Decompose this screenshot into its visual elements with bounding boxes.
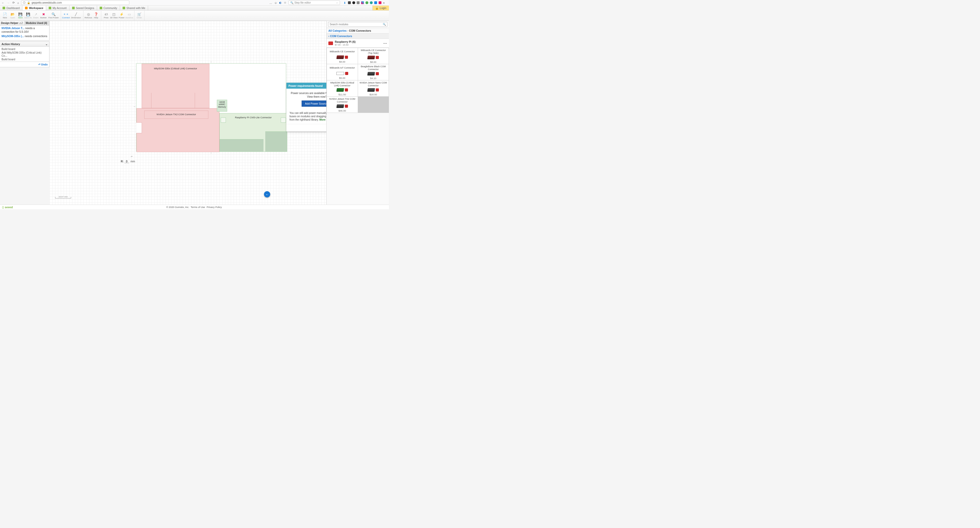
- url-bar[interactable]: ⓘ 🔓 geppetto.seeedstudio.com: [21, 0, 129, 5]
- module-name: NVIDIA Jetson Nano COM Connector: [359, 81, 388, 87]
- forward-icon[interactable]: →: [7, 1, 10, 5]
- star-icon[interactable]: ☆: [284, 1, 286, 5]
- ext-icon[interactable]: [361, 1, 364, 4]
- block-icon[interactable]: ◐: [279, 1, 282, 5]
- ext-icon[interactable]: [370, 1, 373, 4]
- order-button[interactable]: 🛒Order: [135, 11, 143, 21]
- search-icon: 🔍: [383, 23, 386, 26]
- tab-my-account[interactable]: My Account: [46, 6, 69, 10]
- connect-button[interactable]: ⚬⚬Connect: [62, 11, 70, 21]
- action-history-header[interactable]: Action History⌄: [0, 41, 49, 47]
- login-button[interactable]: 🔒Login: [372, 6, 389, 10]
- new-button[interactable]: 📄New: [1, 11, 9, 21]
- module-card[interactable]: BeagleBone Black COM Connector$4.10: [358, 64, 389, 80]
- save-as-button[interactable]: 💾Save As: [24, 11, 32, 21]
- vendor-icon: [345, 88, 348, 91]
- design-canvas[interactable]: MitySOM-335x (Critical Link) Connector N…: [49, 21, 326, 204]
- undo-button[interactable]: ↶ Undo: [38, 63, 48, 66]
- left-panel: Design Helper ⚠2 Modules Used (4) NVIDIA…: [0, 21, 49, 204]
- tab-community[interactable]: Community: [97, 6, 120, 10]
- module-rpi[interactable]: Raspberry Pi CM3-Lite Connector: [220, 113, 287, 152]
- 3d-view-button[interactable]: ◫3D View: [110, 11, 118, 21]
- add-power-sources-button[interactable]: Add Power Sources: [302, 100, 326, 107]
- module-label: MitySOM-335x (Critical Link) Connector: [154, 67, 197, 70]
- module-thumbnail: [359, 87, 388, 93]
- issue-item[interactable]: MitySOM-335x (... needs connections: [2, 35, 48, 38]
- power-button[interactable]: ⚡Power: [118, 11, 126, 21]
- module-price: $46.00: [339, 109, 346, 112]
- ext-icon[interactable]: [357, 1, 360, 4]
- module-jetson[interactable]: NVIDIA Jetson TX2 COM Connector: [137, 108, 220, 152]
- reload-icon[interactable]: ⟳: [12, 1, 15, 5]
- dimension-button[interactable]: ╱Dimension: [70, 11, 82, 21]
- more-instructions-link[interactable]: More instructions: [319, 118, 326, 121]
- issue-module-link[interactable]: MitySOM-335x (...: [2, 35, 24, 38]
- cart-icon: 🛒: [137, 13, 142, 16]
- module-card[interactable]: 96Boards IoT Connector$5.00: [327, 64, 358, 80]
- shield-icon: ⓘ: [23, 1, 25, 5]
- browser-search[interactable]: 🔍 Step file editor →: [288, 0, 340, 5]
- tab-shared[interactable]: Shared with Me: [120, 6, 148, 10]
- breadcrumb-root[interactable]: All Categories: [328, 29, 347, 32]
- ext-icon[interactable]: [366, 1, 368, 4]
- shared-icon: [123, 7, 125, 9]
- builder-button[interactable]: ✖Builder: [40, 11, 48, 21]
- download-icon[interactable]: ⬇: [344, 1, 347, 4]
- share-icon: ↗: [34, 13, 38, 16]
- save-button[interactable]: 💾Save: [16, 11, 24, 21]
- module-card[interactable]: 96Boards CE Connector$8.00: [327, 48, 358, 64]
- ext-icon[interactable]: [374, 1, 377, 4]
- module-card[interactable]: 96Boards CE Connector (Top Side)$8.00: [358, 48, 389, 64]
- refocus-button[interactable]: ◎Refocus: [84, 11, 92, 21]
- back-icon[interactable]: ←: [2, 1, 5, 5]
- tab-seeed-designs[interactable]: Seeed Designs: [70, 6, 97, 10]
- ext-icon[interactable]: [379, 1, 382, 4]
- module-card[interactable]: NVIDIA Jetson Nano COM Connector$18.50: [358, 80, 389, 96]
- module-mitysom[interactable]: MitySOM-335x (Critical Link) Connector: [142, 64, 209, 108]
- module-card[interactable]: MitySOM-335x (Critical Link) Connector$1…: [327, 80, 358, 96]
- history-item[interactable]: Add MitySOM-335x (Critical Link) Co...: [2, 51, 48, 57]
- brand-logo[interactable]: () seeed: [2, 206, 13, 209]
- lock-icon: 🔓: [27, 1, 30, 4]
- autodoc-button[interactable]: ▭AutoDoc: [126, 11, 133, 21]
- module-search[interactable]: 🔍: [328, 22, 387, 27]
- price-button[interactable]: 🏷Price: [102, 11, 110, 21]
- terms-link[interactable]: Terms of Use: [191, 206, 205, 209]
- home-icon[interactable]: ⌂: [17, 1, 19, 5]
- back-fab[interactable]: ←: [264, 191, 270, 198]
- ellipsis-icon[interactable]: …: [269, 1, 272, 5]
- tab-dashboard[interactable]: Dashboard: [0, 6, 22, 10]
- open-button[interactable]: 📂Open: [9, 11, 16, 21]
- design-helper-tab[interactable]: Design Helper ⚠2: [0, 21, 25, 25]
- category-header[interactable]: COM Connectors: [326, 33, 389, 39]
- issue-item[interactable]: NVIDIA Jetson T... needs a connection fo…: [2, 27, 48, 33]
- history-item[interactable]: Build board: [2, 47, 48, 51]
- privacy-link[interactable]: Privacy Policy: [207, 206, 222, 209]
- vendor-icon: [345, 72, 348, 75]
- module-card[interactable]: NVIDIA Jetson TX2 COM Connector$46.00: [327, 97, 358, 113]
- history-item[interactable]: Build board: [2, 57, 48, 61]
- dialog-title-bar[interactable]: Power requirements found ×: [286, 83, 326, 89]
- help-button[interactable]: ❓Help: [92, 11, 100, 21]
- module-emmc[interactable]: 16GB eMMC Memory: [217, 100, 227, 112]
- go-icon[interactable]: →: [336, 1, 338, 4]
- family-menu-icon[interactable]: •••: [383, 42, 387, 45]
- find-power-button[interactable]: 🔍Find Power: [48, 11, 60, 21]
- share-button[interactable]: ↗Share: [32, 11, 40, 21]
- reader-icon[interactable]: ☺: [274, 1, 277, 5]
- module-library-panel: 🔍 All Categories›COM Connectors COM Conn…: [326, 21, 389, 204]
- modules-used-tab[interactable]: Modules Used (4): [25, 21, 49, 25]
- account-icon: [49, 7, 51, 9]
- ext-icon[interactable]: [348, 1, 351, 4]
- module-search-input[interactable]: [330, 23, 383, 26]
- ext-icon[interactable]: [352, 1, 355, 4]
- dialog-note: You can still add power manually by sele…: [286, 111, 326, 123]
- rotation-input[interactable]: [124, 160, 129, 163]
- chevron-down-icon: ⌄: [45, 43, 48, 46]
- module-family-row[interactable]: Raspberry Pi (6) $7.00 - 15.50 •••: [326, 39, 389, 48]
- board-outline[interactable]: MitySOM-335x (Critical Link) Connector N…: [136, 64, 286, 152]
- issue-module-link[interactable]: NVIDIA Jetson T...: [2, 27, 24, 30]
- tab-workspace[interactable]: Workspace: [22, 6, 46, 10]
- menu-icon[interactable]: ≡: [383, 1, 386, 4]
- save-icon: 💾: [18, 13, 22, 16]
